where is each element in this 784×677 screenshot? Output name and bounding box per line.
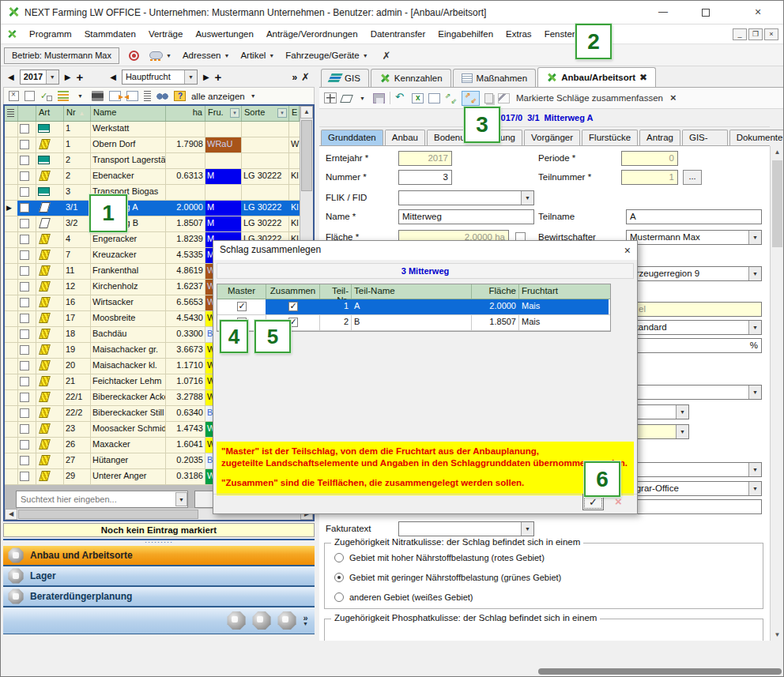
row-checkbox[interactable]	[20, 171, 29, 181]
minimize-button[interactable]: —	[646, 1, 680, 24]
column-header-nr[interactable]: Nr▲	[64, 106, 91, 121]
row-checkbox-cell[interactable]	[18, 280, 36, 295]
next-crop-button[interactable]: ▶	[202, 73, 211, 81]
search-history-dropdown-icon[interactable]: ▼	[175, 492, 187, 506]
row-checkbox[interactable]	[20, 298, 29, 307]
erzeugerregion-dropdown[interactable]: Erzeugerregion 9	[626, 266, 762, 281]
prev-crop-button[interactable]: ◀	[108, 73, 118, 81]
check-selection-icon[interactable]	[40, 91, 52, 101]
tractor-icon[interactable]	[227, 611, 246, 630]
bottom-scrollbar[interactable]	[319, 666, 784, 677]
row-marker-header[interactable]	[5, 106, 18, 121]
mdi-minimize-button[interactable]: _	[733, 28, 747, 40]
row-checkbox[interactable]	[20, 187, 29, 197]
teilname-field[interactable]: A	[626, 209, 762, 224]
text-field[interactable]	[626, 499, 762, 514]
detail-subtab[interactable]: Vorgänger	[524, 130, 580, 145]
scrollbar-thumb[interactable]	[772, 160, 782, 247]
table-row[interactable]: ▶ 1 Werkstatt	[5, 122, 300, 137]
row-checkbox-cell[interactable]	[18, 264, 36, 279]
scrollbar-thumb[interactable]	[538, 668, 782, 675]
detail-subtab[interactable]: Dokumente	[729, 130, 784, 145]
radio-option[interactable]: Gebiet mit hoher Nährstoffbelastung (rot…	[334, 553, 545, 562]
add-crop-button[interactable]: +	[215, 70, 222, 84]
column-header-art[interactable]: Art	[36, 106, 64, 121]
sort-arrows-icon[interactable]	[277, 611, 296, 630]
teilnummer-field[interactable]: 1	[621, 170, 678, 185]
mdi-restore-button[interactable]: ❐	[748, 28, 763, 40]
row-checkbox-cell[interactable]	[18, 185, 36, 200]
prev-year-button[interactable]: ◀	[6, 73, 16, 81]
column-header-sorte[interactable]: Sorte▼	[242, 106, 289, 121]
menu-item[interactable]: Datentransfer	[364, 24, 432, 43]
add-year-button[interactable]: +	[76, 70, 83, 84]
row-checkbox-cell[interactable]	[18, 295, 36, 310]
row-checkbox-cell[interactable]	[18, 137, 36, 152]
weather-cloud-icon[interactable]	[149, 51, 163, 61]
agrar-office-dropdown[interactable]: Agrar-Office	[626, 481, 762, 496]
detail-subtab[interactable]: Grunddaten	[321, 130, 383, 145]
nav-item[interactable]: Beraterdüngerplanung	[3, 587, 315, 607]
row-checkbox[interactable]	[20, 156, 29, 165]
row-checkbox[interactable]	[20, 440, 29, 449]
scroll-left-icon[interactable]: ◀	[5, 509, 17, 520]
dropdown-field[interactable]	[626, 385, 762, 400]
radio-button[interactable]	[334, 592, 344, 602]
scroll-down-icon[interactable]: ▼	[772, 631, 782, 638]
toolbar-dropdown[interactable]: Artikel▼	[240, 51, 277, 60]
chevron-down-icon[interactable]: ▼	[163, 53, 175, 58]
row-checkbox[interactable]	[20, 250, 29, 260]
row-checkbox[interactable]	[20, 393, 29, 402]
split-field-icon[interactable]	[445, 93, 457, 103]
row-checkbox[interactable]	[20, 361, 29, 370]
row-checkbox[interactable]	[20, 408, 29, 418]
print-icon[interactable]	[92, 91, 104, 101]
filter-icon[interactable]: ▼	[230, 108, 239, 118]
document-tab[interactable]: Anbau/Arbeitsort ✖	[537, 67, 656, 87]
teilnummer-more-button[interactable]: ...	[683, 170, 702, 185]
name-field[interactable]: Mitterweg	[398, 209, 534, 224]
fakturatext-dropdown[interactable]	[398, 521, 534, 536]
table-row[interactable]: ▶ 3/1 Mitterweg A 2.0000 M LG 30222 Kl	[5, 201, 300, 216]
zusammen-checkbox[interactable]	[288, 302, 298, 311]
column-header-fru[interactable]: Fru.▼	[205, 106, 242, 121]
toolbar-dropdown[interactable]: Adressen▼	[183, 51, 233, 60]
master-checkbox[interactable]	[237, 302, 247, 311]
row-checkbox[interactable]	[20, 282, 29, 291]
percent-field[interactable]: %	[626, 338, 762, 353]
scroll-up-icon[interactable]: ▲	[772, 149, 782, 156]
year-select[interactable]: 2017	[20, 70, 59, 85]
panel-splitter[interactable]: ·········	[3, 539, 315, 545]
row-checkbox-cell[interactable]	[18, 248, 36, 263]
livestock-icon[interactable]	[252, 611, 271, 630]
search-binoculars-icon[interactable]	[156, 91, 168, 101]
copy-icon[interactable]	[484, 93, 493, 103]
table-row[interactable]: ▶ 1 Obern Dorf 1.7908 WRaU W	[5, 137, 300, 153]
menu-item[interactable]: Stammdaten	[78, 24, 142, 43]
tab-close-icon[interactable]: ✖	[639, 72, 647, 83]
row-checkbox[interactable]	[20, 472, 29, 481]
menu-item[interactable]: Programm	[23, 24, 78, 43]
nav-item[interactable]: Anbau und Arbeitsorte	[3, 546, 315, 566]
dialog-close-icon[interactable]: ×	[624, 244, 631, 257]
row-checkbox-cell[interactable]	[18, 406, 36, 421]
betrieb-button[interactable]: Betrieb: Mustermann Max	[4, 47, 119, 64]
search-input[interactable]	[16, 491, 188, 508]
show-all-dropdown[interactable]: alle anzeigen▼	[191, 92, 259, 101]
nav-item[interactable]: Lager	[3, 566, 315, 587]
record-icon[interactable]	[129, 51, 139, 61]
row-checkbox-cell[interactable]	[18, 122, 36, 137]
menu-item[interactable]: Auswertungen	[189, 24, 260, 43]
row-checkbox-cell[interactable]	[18, 216, 36, 231]
partially-hidden-field[interactable]: el	[626, 302, 762, 317]
uncheck-all-icon[interactable]	[9, 91, 19, 101]
column-header-ha[interactable]: ha	[166, 106, 205, 121]
document-tab[interactable]: GIS ✖	[321, 69, 369, 87]
nummer-field[interactable]: 3	[398, 170, 452, 185]
column-header-name[interactable]: Name	[91, 106, 166, 121]
table-row[interactable]: ▶ 3/2 Mitterweg B 1.8507 M LG 30222 Kl	[5, 216, 300, 232]
row-checkbox[interactable]	[20, 235, 29, 244]
row-checkbox-cell[interactable]	[18, 232, 36, 247]
row-checkbox[interactable]	[20, 424, 29, 434]
radio-option[interactable]: anderen Gebiet (weißes Gebiet)	[334, 592, 473, 602]
